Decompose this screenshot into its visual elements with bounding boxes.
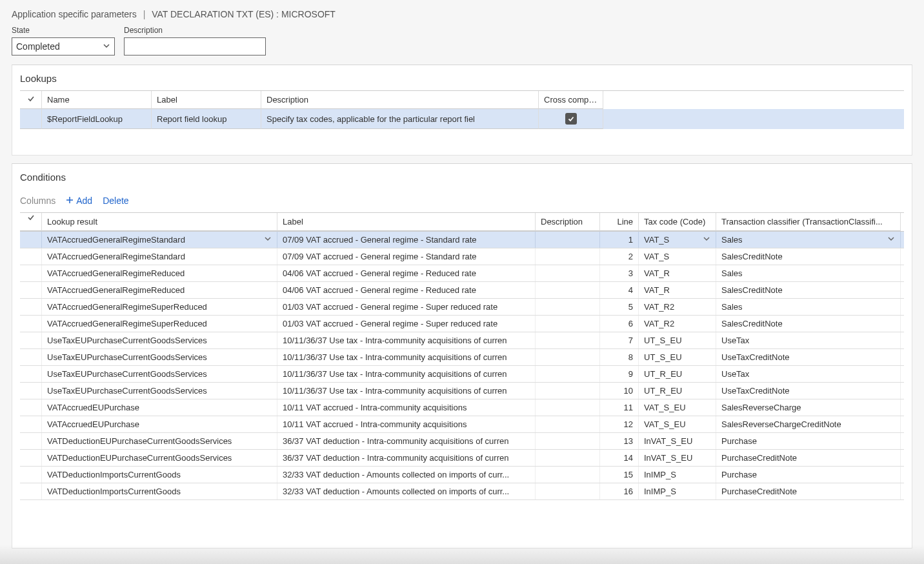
cond-cell-label[interactable]: 10/11/36/37 Use tax - Intra-community ac… bbox=[277, 383, 536, 399]
cond-col-lookup-result[interactable]: Lookup result bbox=[42, 213, 277, 231]
cond-cell-description[interactable] bbox=[536, 399, 600, 416]
cond-cell-line[interactable]: 12 bbox=[600, 416, 639, 432]
cond-cell-taxcode[interactable]: VAT_S bbox=[639, 248, 716, 265]
cond-cell-taxcode[interactable]: UT_S_EU bbox=[639, 349, 716, 365]
cond-cell-lookup-result[interactable]: VATAccruedEUPurchase bbox=[42, 399, 277, 416]
cond-cell-line[interactable]: 8 bbox=[600, 349, 639, 365]
cond-cell-lookup-result[interactable]: UseTaxEUPurchaseCurrentGoodsServices bbox=[42, 366, 277, 382]
cond-cell-line[interactable]: 6 bbox=[600, 316, 639, 332]
conditions-row[interactable]: VATDeductionEUPurchaseCurrentGoodsServic… bbox=[20, 450, 904, 467]
cond-cell-lookup-result[interactable]: VATDeductionEUPurchaseCurrentGoodsServic… bbox=[42, 450, 277, 466]
cond-cell-description[interactable] bbox=[536, 366, 600, 382]
cond-cell-label[interactable]: 01/03 VAT accrued - General regime - Sup… bbox=[277, 316, 536, 332]
lookups-row[interactable]: $ReportFieldLookupReport field lookupSpe… bbox=[20, 109, 904, 129]
cond-cell-label[interactable]: 10/11 VAT accrued - Intra-community acqu… bbox=[277, 399, 536, 416]
description-input[interactable] bbox=[124, 37, 266, 55]
cond-cell-description[interactable] bbox=[536, 316, 600, 332]
cond-cell-description[interactable] bbox=[536, 416, 600, 432]
cond-cell-classifier[interactable]: Sales bbox=[716, 232, 901, 248]
cond-cell-line[interactable]: 9 bbox=[600, 366, 639, 382]
cond-cell-line[interactable]: 3 bbox=[600, 265, 639, 281]
cond-cell-line[interactable]: 7 bbox=[600, 332, 639, 348]
select-all-conditions-header[interactable] bbox=[20, 213, 42, 231]
cond-cell-label[interactable]: 36/37 VAT deduction - Intra-community ac… bbox=[277, 433, 536, 449]
cond-cell-taxcode[interactable]: VAT_R bbox=[639, 265, 716, 281]
row-selector-cell[interactable] bbox=[20, 349, 42, 365]
cond-cell-classifier[interactable]: Sales bbox=[716, 299, 901, 315]
lookups-cell-description[interactable]: Specify tax codes, applicable for the pa… bbox=[261, 109, 539, 129]
cond-cell-classifier[interactable]: UseTax bbox=[716, 332, 901, 348]
cond-cell-lookup-result[interactable]: VATAccruedEUPurchase bbox=[42, 416, 277, 432]
conditions-row[interactable]: VATAccruedGeneralRegimeReduced04/06 VAT … bbox=[20, 282, 904, 299]
cond-cell-classifier[interactable]: PurchaseCreditNote bbox=[716, 483, 901, 499]
cond-cell-label[interactable]: 10/11 VAT accrued - Intra-community acqu… bbox=[277, 416, 536, 432]
cond-cell-line[interactable]: 13 bbox=[600, 433, 639, 449]
cond-cell-taxcode[interactable]: VAT_S_EU bbox=[639, 416, 716, 432]
add-button[interactable]: Add bbox=[66, 196, 92, 206]
cond-cell-taxcode[interactable]: UT_S_EU bbox=[639, 332, 716, 348]
cond-cell-line[interactable]: 5 bbox=[600, 299, 639, 315]
row-selector-cell[interactable] bbox=[20, 483, 42, 499]
columns-link[interactable]: Columns bbox=[20, 196, 55, 206]
cond-cell-classifier[interactable]: PurchaseCreditNote bbox=[716, 450, 901, 466]
cond-cell-label[interactable]: 01/03 VAT accrued - General regime - Sup… bbox=[277, 299, 536, 315]
cond-cell-description[interactable] bbox=[536, 383, 600, 399]
lookups-cell-crosscompany[interactable] bbox=[539, 109, 603, 129]
row-selector-cell[interactable] bbox=[20, 366, 42, 382]
conditions-row[interactable]: VATAccruedGeneralRegimeReduced04/06 VAT … bbox=[20, 265, 904, 282]
cond-cell-label[interactable]: 04/06 VAT accrued - General regime - Red… bbox=[277, 265, 536, 281]
conditions-row[interactable]: VATAccruedGeneralRegimeSuperReduced01/03… bbox=[20, 299, 904, 316]
conditions-row[interactable]: VATAccruedGeneralRegimeStandard07/09 VAT… bbox=[20, 248, 904, 265]
row-selector-cell[interactable] bbox=[20, 232, 42, 248]
row-selector-cell[interactable] bbox=[20, 450, 42, 466]
cond-cell-description[interactable] bbox=[536, 332, 600, 348]
conditions-row[interactable]: VATAccruedGeneralRegimeStandard07/09 VAT… bbox=[20, 232, 904, 248]
cond-cell-line[interactable]: 15 bbox=[600, 467, 639, 483]
row-selector-cell[interactable] bbox=[20, 299, 42, 315]
cond-cell-lookup-result[interactable]: VATAccruedGeneralRegimeStandard bbox=[42, 232, 277, 248]
row-selector-cell[interactable] bbox=[20, 248, 42, 265]
conditions-row[interactable]: VATDeductionImportsCurrentGoods32/33 VAT… bbox=[20, 467, 904, 483]
select-all-column-header[interactable] bbox=[20, 91, 42, 109]
cond-cell-lookup-result[interactable]: VATAccruedGeneralRegimeSuperReduced bbox=[42, 316, 277, 332]
cond-cell-description[interactable] bbox=[536, 433, 600, 449]
cond-cell-classifier[interactable]: Purchase bbox=[716, 433, 901, 449]
row-selector-cell[interactable] bbox=[20, 383, 42, 399]
lookups-cell-label[interactable]: Report field lookup bbox=[152, 109, 261, 129]
cond-cell-label[interactable]: 36/37 VAT deduction - Intra-community ac… bbox=[277, 450, 536, 466]
cond-col-taxcode[interactable]: Tax code (Code) bbox=[639, 213, 716, 231]
cond-cell-description[interactable] bbox=[536, 248, 600, 265]
cond-cell-taxcode[interactable]: VAT_R bbox=[639, 282, 716, 298]
cond-cell-description[interactable] bbox=[536, 265, 600, 281]
conditions-row[interactable]: UseTaxEUPurchaseCurrentGoodsServices10/1… bbox=[20, 349, 904, 366]
cond-cell-classifier[interactable]: SalesReverseCharge bbox=[716, 399, 901, 416]
cond-cell-classifier[interactable]: SalesCreditNote bbox=[716, 316, 901, 332]
cond-col-line[interactable]: Line bbox=[600, 213, 639, 231]
cond-cell-description[interactable] bbox=[536, 299, 600, 315]
cond-cell-line[interactable]: 11 bbox=[600, 399, 639, 416]
cond-cell-lookup-result[interactable]: VATAccruedGeneralRegimeSuperReduced bbox=[42, 299, 277, 315]
cond-cell-classifier[interactable]: SalesCreditNote bbox=[716, 282, 901, 298]
conditions-row[interactable]: UseTaxEUPurchaseCurrentGoodsServices10/1… bbox=[20, 366, 904, 383]
lookups-col-crosscompany[interactable]: Cross company bbox=[539, 91, 603, 109]
cond-cell-label[interactable]: 10/11/36/37 Use tax - Intra-community ac… bbox=[277, 332, 536, 348]
cond-col-classifier[interactable]: Transaction classifier (TransactionClass… bbox=[716, 213, 901, 231]
cond-cell-classifier[interactable]: Sales bbox=[716, 265, 901, 281]
cond-cell-line[interactable]: 4 bbox=[600, 282, 639, 298]
conditions-row[interactable]: VATAccruedGeneralRegimeSuperReduced01/03… bbox=[20, 316, 904, 332]
row-selector-cell[interactable] bbox=[20, 416, 42, 432]
cond-cell-label[interactable]: 32/33 VAT deduction - Amounts collected … bbox=[277, 467, 536, 483]
cond-cell-line[interactable]: 1 bbox=[600, 232, 639, 248]
conditions-row[interactable]: VATDeductionImportsCurrentGoods32/33 VAT… bbox=[20, 483, 904, 500]
cond-cell-taxcode[interactable]: UT_R_EU bbox=[639, 383, 716, 399]
cond-cell-taxcode[interactable]: UT_R_EU bbox=[639, 366, 716, 382]
cond-cell-taxcode[interactable]: VAT_R2 bbox=[639, 299, 716, 315]
cond-cell-lookup-result[interactable]: VATAccruedGeneralRegimeReduced bbox=[42, 265, 277, 281]
cond-cell-taxcode[interactable]: VAT_S bbox=[639, 232, 716, 248]
cond-cell-classifier[interactable]: Purchase bbox=[716, 467, 901, 483]
cond-cell-lookup-result[interactable]: UseTaxEUPurchaseCurrentGoodsServices bbox=[42, 332, 277, 348]
conditions-row[interactable]: UseTaxEUPurchaseCurrentGoodsServices10/1… bbox=[20, 383, 904, 399]
lookups-col-name[interactable]: Name bbox=[42, 91, 152, 109]
row-selector-cell[interactable] bbox=[20, 433, 42, 449]
cond-cell-taxcode[interactable]: InVAT_S_EU bbox=[639, 433, 716, 449]
